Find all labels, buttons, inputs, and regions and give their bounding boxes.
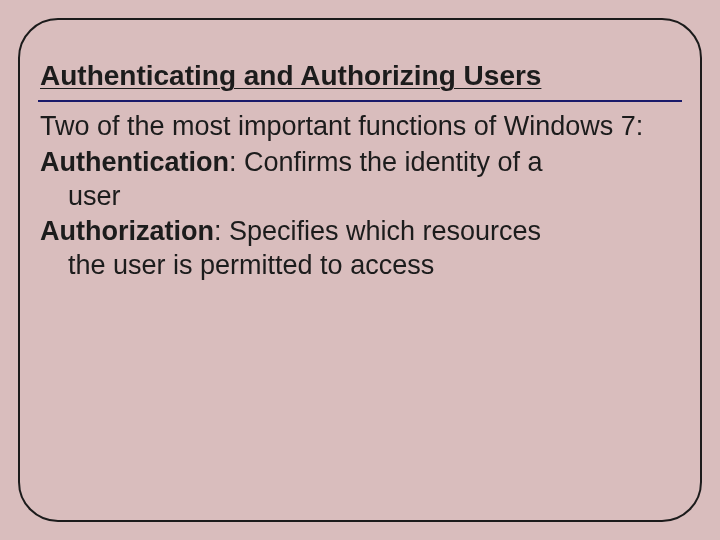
term-desc-line1: : Specifies which resources bbox=[214, 216, 541, 246]
slide-frame: Authenticating and Authorizing Users Two… bbox=[18, 18, 702, 522]
term-desc-line1: : Confirms the identity of a bbox=[229, 147, 543, 177]
term-label: Authorization bbox=[40, 216, 214, 246]
slide-body: Two of the most important functions of W… bbox=[38, 110, 682, 283]
title-underline-rule bbox=[38, 100, 682, 102]
intro-text: Two of the most important functions of W… bbox=[40, 110, 682, 144]
term-label: Authentication bbox=[40, 147, 229, 177]
list-item: Authentication: Confirms the identity of… bbox=[40, 146, 682, 214]
slide-title: Authenticating and Authorizing Users bbox=[38, 60, 682, 92]
term-desc-line2: the user is permitted to access bbox=[40, 249, 682, 283]
term-desc-line2: user bbox=[40, 180, 682, 214]
list-item: Authorization: Specifies which resources… bbox=[40, 215, 682, 283]
